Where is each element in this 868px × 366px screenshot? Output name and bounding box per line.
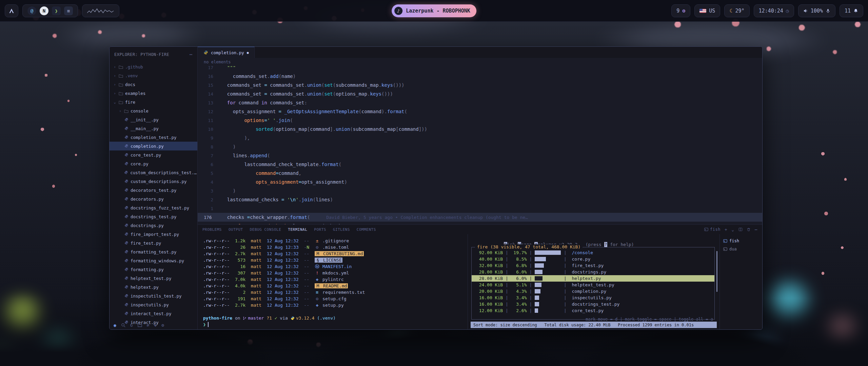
split-terminal-button[interactable] — [738, 227, 743, 231]
panel-tab-output[interactable]: OUTPUT — [229, 227, 243, 232]
explorer-file-core_test.py[interactable]: core_test.py — [110, 150, 197, 159]
dua-row-fire_test.py[interactable]: 32.00 KiB|6.8%|| fire_test.py — [472, 262, 714, 269]
dua-row-docstrings.py[interactable]: 28.00 KiB|6.0%|| docstrings.py — [472, 269, 714, 275]
shell-input-line[interactable]: ❯ — [203, 321, 468, 328]
explorer-file-docstrings_test.py[interactable]: docstrings_test.py — [110, 212, 197, 221]
code-line-10: 10 sorted(options_map[command].union(sub… — [198, 125, 762, 134]
explorer-file-core.py[interactable]: core.py — [110, 159, 197, 168]
explorer-file-custom_descriptions_test.py[interactable]: custom_descriptions_test.py — [110, 168, 197, 177]
file-label: formatting_windows.py — [131, 258, 184, 263]
explorer-file-completion_test.py[interactable]: completion_test.py — [110, 133, 197, 142]
terminal-dropdown-chevron-icon[interactable]: ⌄ — [731, 227, 734, 232]
explorer-file-__main__.py[interactable]: __main__.py — [110, 124, 197, 133]
updates-module[interactable]: 9 ⚙ — [671, 4, 690, 17]
dua-row-core.py[interactable]: 40.00 KiB|8.5%|| core.py — [472, 256, 714, 262]
explorer-file-decorators_test.py[interactable]: decorators_test.py — [110, 186, 197, 195]
explorer-file-formatting_test.py[interactable]: formatting_test.py — [110, 247, 197, 256]
explorer-file-helptext_test.py[interactable]: helptext_test.py — [110, 274, 197, 283]
panel-tab-ports[interactable]: PORTS — [314, 227, 326, 232]
breadcrumb[interactable]: no elements — [198, 58, 762, 66]
explorer-file-docstrings.py[interactable]: docstrings.py — [110, 221, 197, 230]
explorer-folder-console[interactable]: ›console — [110, 106, 197, 115]
explorer-file-inspectutils_test.py[interactable]: inspectutils_test.py — [110, 291, 197, 300]
code-line-11: 11 options=' '.join( — [198, 116, 762, 125]
notifications-module[interactable]: 11 — [840, 4, 863, 17]
shell-profile-label[interactable]: fish — [704, 227, 721, 232]
system-graph-widget[interactable] — [82, 4, 119, 17]
remote-indicator-icon[interactable]: ◉ — [114, 323, 116, 328]
audio-module[interactable]: 100% — [798, 4, 835, 17]
python-file-icon — [124, 162, 129, 166]
explorer-folder-fire[interactable]: ⌄fire — [110, 98, 197, 106]
dua-row-helptext_test.py[interactable]: 24.00 KiB|5.1%|| helptext_test.py — [472, 282, 714, 288]
code-editor[interactable]: 17 """16 commands_set.add(name)15 comman… — [198, 66, 762, 224]
panel-tab-problems[interactable]: PROBLEMS — [202, 227, 222, 232]
explorer-folder-examples[interactable]: ›examples — [110, 89, 197, 98]
explorer-file-fire_test.py[interactable]: fire_test.py — [110, 239, 197, 247]
explorer-more-icon[interactable]: ⋯ — [189, 52, 193, 58]
explorer-file-decorators.py[interactable]: decorators.py — [110, 195, 197, 203]
new-terminal-button[interactable]: + — [725, 227, 727, 232]
panel-tab-gitlens[interactable]: GITLENS — [333, 227, 350, 232]
dua-row-inspectutils.py[interactable]: 16.00 KiB|3.4%|| inspectutils.py — [472, 294, 714, 301]
code-text: command=command, — [221, 170, 301, 176]
search-icon[interactable] — [121, 323, 125, 327]
explorer-folder-docs[interactable]: ›docs — [110, 80, 197, 89]
keyboard-layout-module[interactable]: US — [694, 4, 720, 17]
text-cursor — [208, 322, 209, 327]
dua-press-post: for help) — [607, 242, 634, 247]
folder-icon — [124, 109, 129, 113]
python-file-icon — [124, 126, 129, 130]
explorer-file-inspectutils.py[interactable]: inspectutils.py — [110, 300, 197, 309]
explorer-file-custom_descriptions.py[interactable]: custom_descriptions.py — [110, 177, 197, 186]
sparkline-path — [87, 9, 114, 13]
folder-icon — [118, 74, 123, 78]
dua-row-docstrings_test.py[interactable]: 16.00 KiB|3.4%|| docstrings_test.py — [472, 301, 714, 307]
terminal-session-fish[interactable]: fish — [720, 237, 762, 245]
python-file-icon — [124, 197, 129, 201]
dua-row-helptext.py[interactable]: 28.00 KiB|6.0%|| helptext.py — [472, 275, 714, 282]
panel-tab-terminal[interactable]: TERMINAL — [288, 227, 307, 232]
terminal-dua-pane[interactable]: Disk Usage Analyzer v2.29.2 (press ? for… — [468, 234, 719, 329]
explorer-folder-.github[interactable]: ›.github — [110, 62, 197, 71]
python-file-icon — [124, 311, 129, 316]
dua-scrollbar[interactable] — [716, 251, 717, 292]
tab-completion-py[interactable]: completion.py ● — [198, 47, 255, 58]
file-name: ±.gitignore — [315, 238, 349, 243]
explorer-file-__init__.py[interactable]: __init__.py — [110, 115, 197, 124]
terminal-fish-pane[interactable]: .rw-r--r--1.2kmatt12 Aug 12:32--±.gitign… — [198, 234, 468, 329]
taskbar-app-swirl-app[interactable]: @ — [27, 6, 36, 15]
launcher-button[interactable] — [5, 4, 18, 17]
taskbar-app-terminal-app[interactable]: ❯ — [52, 6, 61, 15]
ls-row: .rw-r--r--16matt12 Aug 12:32--ⓂMANIFEST.… — [203, 263, 468, 270]
weather-module[interactable]: ☾ 29° — [724, 4, 749, 17]
swap-icon[interactable]: ⇄ — [147, 323, 150, 328]
taskbar-app-n-app[interactable]: N — [40, 6, 48, 15]
taskbar-app-notes-app[interactable]: ≡ — [64, 6, 73, 15]
dua-row-core_test.py[interactable]: 12.00 KiB|2.6%|| core_test.py — [472, 307, 714, 314]
explorer-file-formatting_windows.py[interactable]: formatting_windows.py — [110, 256, 197, 265]
folder-icon[interactable] — [138, 323, 142, 327]
dua-row-completion.py[interactable]: 20.00 KiB|4.3%|| completion.py — [472, 288, 714, 294]
panel-more-button[interactable]: ⋯ — [755, 227, 757, 232]
dua-row-console[interactable]: 92.00 KiB|19.7%|| /console — [472, 249, 714, 256]
explorer-file-formatting.py[interactable]: formatting.py — [110, 265, 197, 274]
clock-module[interactable]: 12:40:24 ◷ — [754, 4, 794, 17]
code-text: sorted(options_map[command].union(subcom… — [221, 126, 427, 132]
explorer-file-helptext.py[interactable]: helptext.py — [110, 283, 197, 291]
shell-prompt-line: python-fire on master ?1 ✓ via v3.12.4 (… — [203, 315, 468, 321]
explorer-folder-.venv[interactable]: ›.venv — [110, 71, 197, 80]
settings-gear-icon[interactable]: ⚙ — [161, 323, 164, 328]
terminal-session-dua[interactable]: dua — [720, 245, 762, 253]
kill-terminal-button[interactable] — [747, 227, 751, 231]
media-player-pill[interactable]: ♪ Lazerpunk - ROBOPHONK — [392, 4, 476, 17]
explorer-file-completion.py[interactable]: completion.py — [110, 142, 197, 150]
refresh-icon[interactable]: ↻ — [130, 323, 133, 328]
panel-tab-comments[interactable]: COMMENTS — [357, 227, 376, 232]
extensions-icon[interactable]: ❖ — [154, 323, 157, 328]
panel-tab-debug-console[interactable]: DEBUG CONSOLE — [250, 227, 281, 232]
python-file-icon — [124, 285, 129, 289]
explorer-file-fire_import_test.py[interactable]: fire_import_test.py — [110, 230, 197, 239]
explorer-file-interact_test.py[interactable]: interact_test.py — [110, 309, 197, 318]
explorer-file-docstrings_fuzz_test.py[interactable]: docstrings_fuzz_test.py — [110, 203, 197, 212]
